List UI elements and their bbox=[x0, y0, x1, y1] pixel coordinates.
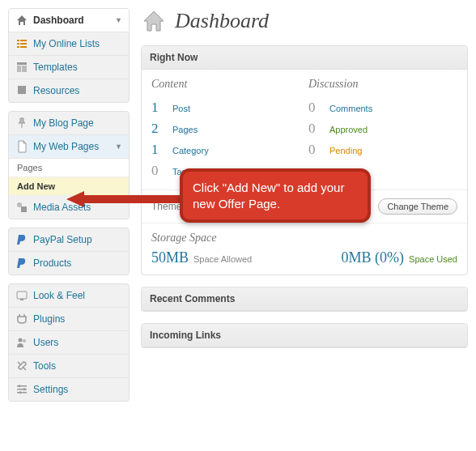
home-icon bbox=[15, 14, 28, 27]
stat-link-post[interactable]: Post bbox=[172, 104, 190, 113]
sidebar-label: Resources bbox=[33, 85, 79, 96]
svg-rect-8 bbox=[22, 66, 27, 72]
sidebar-label: My Blog Page bbox=[33, 117, 94, 129]
stat-link-comments[interactable]: Comments bbox=[329, 104, 372, 113]
home-large-icon bbox=[141, 8, 167, 34]
stat-num: 0 bbox=[308, 100, 323, 116]
stat-link-category[interactable]: Category bbox=[172, 146, 209, 155]
svg-point-13 bbox=[19, 338, 23, 343]
sidebar-item-dashboard[interactable]: Dashboard ▼ bbox=[9, 9, 129, 32]
sidebar-label: My Web Pages bbox=[33, 141, 99, 152]
sidebar-label: My Online Lists bbox=[33, 38, 100, 49]
storage-used-label: Space Used bbox=[409, 254, 457, 264]
sidebar-label: Look & Feel bbox=[33, 290, 85, 301]
svg-rect-10 bbox=[21, 206, 27, 212]
paypal-icon bbox=[15, 257, 28, 270]
page-icon bbox=[15, 140, 28, 153]
sidebar-item-blog-page[interactable]: My Blog Page bbox=[9, 112, 129, 135]
panel-recent-comments: Recent Comments bbox=[141, 287, 468, 312]
svg-point-14 bbox=[23, 339, 26, 343]
stat-num: 0 bbox=[308, 121, 323, 137]
svg-rect-5 bbox=[20, 46, 27, 48]
svg-rect-4 bbox=[17, 46, 19, 48]
sidebar-item-resources[interactable]: Resources bbox=[9, 79, 129, 102]
panel-header: Right Now bbox=[142, 46, 467, 70]
sidebar-item-products[interactable]: Products bbox=[9, 252, 129, 274]
sidebar-item-look-feel[interactable]: Look & Feel bbox=[9, 284, 129, 308]
panel-header[interactable]: Incoming Links bbox=[142, 324, 467, 347]
stat-num: 2 bbox=[151, 121, 166, 137]
stat-num: 1 bbox=[151, 100, 166, 116]
sidebar-item-paypal-setup[interactable]: PayPal Setup bbox=[9, 228, 129, 252]
sidebar-label: Users bbox=[33, 337, 58, 348]
stat-row: 2Pages bbox=[151, 118, 300, 139]
plugin-icon bbox=[15, 313, 28, 325]
chevron-down-icon: ▼ bbox=[115, 143, 122, 151]
book-icon bbox=[15, 84, 28, 97]
appearance-icon bbox=[15, 289, 28, 302]
stat-num: 0 bbox=[151, 163, 166, 179]
callout-text: Click "Add New" to add your new Offer Pa… bbox=[193, 181, 344, 211]
stat-row: 1Category bbox=[151, 139, 300, 160]
panel-right-now: Right Now Content 1Post 2Pages 1Category… bbox=[141, 45, 468, 275]
svg-rect-1 bbox=[20, 40, 27, 41]
stat-link-pages[interactable]: Pages bbox=[172, 125, 198, 134]
template-icon bbox=[15, 61, 28, 74]
stat-num: 1 bbox=[151, 142, 166, 158]
svg-rect-12 bbox=[20, 299, 23, 300]
storage-row: 50MB Space Allowed 0MB (0%) Space Used bbox=[151, 249, 457, 266]
storage-used-value: 0MB (0%) bbox=[342, 249, 405, 266]
sidebar-label: Products bbox=[33, 257, 71, 269]
menu-group-1: Dashboard ▼ My Online Lists Templates Re… bbox=[8, 8, 130, 103]
content-column: Content 1Post 2Pages 1Category 0Tags bbox=[151, 78, 300, 181]
sidebar-label: Settings bbox=[33, 384, 68, 395]
sidebar-item-settings[interactable]: Settings bbox=[9, 378, 129, 401]
content-heading: Content bbox=[151, 78, 300, 91]
svg-rect-17 bbox=[17, 392, 27, 394]
stat-row: 0Approved bbox=[308, 118, 457, 139]
discussion-column: Discussion 0Comments 0Approved 0Pending bbox=[308, 78, 457, 181]
svg-rect-11 bbox=[17, 291, 27, 299]
submenu-item-pages[interactable]: Pages bbox=[9, 159, 129, 177]
svg-point-20 bbox=[19, 391, 22, 394]
tools-icon bbox=[15, 360, 28, 372]
settings-icon bbox=[15, 383, 28, 396]
callout-arrow-icon bbox=[66, 191, 188, 207]
sidebar-label: Tools bbox=[33, 360, 56, 372]
sidebar-item-templates[interactable]: Templates bbox=[9, 56, 129, 79]
page-title: Dashboard bbox=[175, 9, 269, 33]
storage-allowed-label: Space Allowed bbox=[193, 254, 252, 264]
sidebar-item-plugins[interactable]: Plugins bbox=[9, 308, 129, 331]
stat-row: 1Post bbox=[151, 97, 300, 118]
paypal-icon bbox=[15, 233, 28, 246]
svg-rect-0 bbox=[17, 40, 19, 41]
sidebar-item-users[interactable]: Users bbox=[9, 331, 129, 355]
svg-rect-2 bbox=[17, 43, 19, 45]
svg-point-18 bbox=[19, 385, 21, 387]
sidebar-label: Templates bbox=[33, 62, 78, 73]
sidebar-label: PayPal Setup bbox=[33, 234, 92, 245]
list-icon bbox=[15, 37, 28, 50]
stat-row: 0Pending bbox=[308, 139, 457, 160]
stat-link-pending[interactable]: Pending bbox=[329, 146, 362, 155]
media-icon bbox=[15, 201, 28, 214]
discussion-heading: Discussion bbox=[308, 78, 457, 91]
svg-point-19 bbox=[23, 388, 26, 390]
sidebar-item-web-pages[interactable]: My Web Pages ▼ bbox=[9, 135, 129, 159]
users-icon bbox=[15, 336, 28, 349]
panel-incoming-links: Incoming Links bbox=[141, 323, 468, 348]
svg-rect-3 bbox=[20, 43, 27, 45]
sidebar-item-tools[interactable]: Tools bbox=[9, 355, 129, 378]
panel-header[interactable]: Recent Comments bbox=[142, 287, 467, 311]
page-header: Dashboard bbox=[141, 8, 468, 34]
stat-row: 0Comments bbox=[308, 97, 457, 118]
sidebar-label: Dashboard bbox=[33, 15, 84, 26]
chevron-down-icon: ▼ bbox=[115, 16, 122, 24]
sidebar: Dashboard ▼ My Online Lists Templates Re… bbox=[8, 8, 130, 410]
storage-allowed-value: 50MB bbox=[151, 249, 189, 266]
pin-icon bbox=[15, 117, 28, 130]
sidebar-item-online-lists[interactable]: My Online Lists bbox=[9, 32, 129, 56]
svg-rect-7 bbox=[17, 66, 21, 72]
change-theme-button[interactable]: Change Theme bbox=[378, 198, 457, 215]
stat-link-approved[interactable]: Approved bbox=[329, 125, 368, 134]
